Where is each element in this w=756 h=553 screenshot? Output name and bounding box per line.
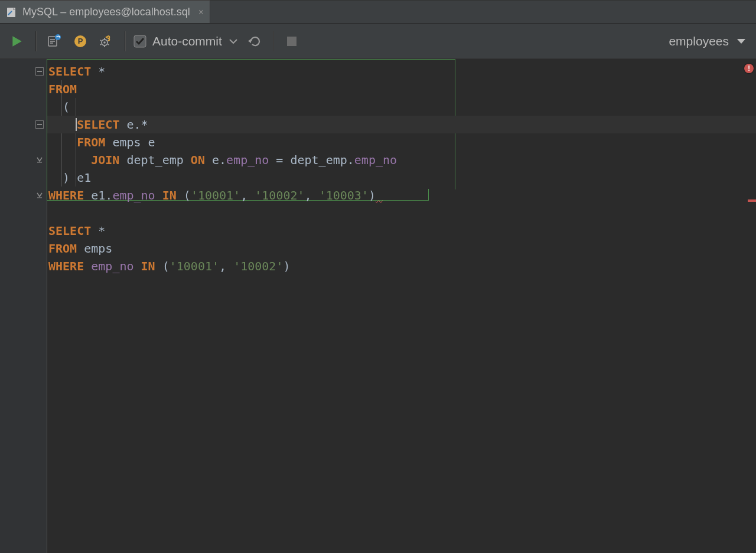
code-line[interactable]: SELECT *: [47, 222, 756, 240]
editor-code-area[interactable]: SELECT *FROM ( SELECT e.* FROM emps e JO…: [47, 59, 756, 553]
fold-open-icon[interactable]: [34, 119, 45, 130]
rollback-button[interactable]: [245, 31, 265, 51]
toolbar-separator: [125, 31, 125, 51]
execute-button[interactable]: [7, 31, 27, 51]
toolbar: P Auto-commit employees: [0, 24, 756, 59]
auto-commit-label: Auto-commit: [152, 34, 222, 48]
text-caret: [76, 118, 77, 131]
code-line[interactable]: SELECT *: [47, 63, 756, 80]
check-icon: [133, 35, 146, 48]
fold-close-icon[interactable]: [34, 155, 45, 165]
file-tab[interactable]: MySQL – employees@localhost.sql ×: [0, 1, 210, 23]
code-line[interactable]: SELECT e.*: [47, 116, 756, 133]
sql-file-icon: [6, 6, 18, 18]
toolbar-separator: [273, 31, 273, 51]
settings-button[interactable]: [96, 31, 116, 51]
pending-button[interactable]: P: [70, 31, 90, 51]
code-line[interactable]: ) e1: [47, 169, 756, 186]
svg-marker-3: [12, 36, 21, 47]
code-line[interactable]: (: [47, 98, 756, 116]
fold-open-icon[interactable]: [34, 66, 45, 77]
code-line[interactable]: FROM: [47, 80, 756, 98]
fold-close-icon[interactable]: [34, 190, 45, 201]
code-line[interactable]: FROM emps: [47, 240, 756, 257]
stop-button[interactable]: [282, 31, 302, 51]
svg-text:P: P: [78, 37, 83, 45]
schema-selector[interactable]: employees: [669, 34, 749, 48]
file-tab-label: MySQL – employees@localhost.sql: [22, 6, 190, 18]
code-line[interactable]: WHERE e1.emp_no IN ('10001', '10002', '1…: [47, 186, 756, 204]
sql-editor: SELECT *FROM ( SELECT e.* FROM emps e JO…: [0, 59, 756, 553]
auto-commit-toggle[interactable]: Auto-commit: [133, 34, 239, 48]
explain-plan-button[interactable]: [44, 31, 64, 51]
schema-selector-label: employees: [669, 34, 729, 48]
chevron-down-icon: [737, 39, 745, 44]
code-line[interactable]: [47, 204, 756, 222]
tab-bar: MySQL – employees@localhost.sql ×: [0, 0, 756, 24]
code-line[interactable]: FROM emps e: [47, 133, 756, 151]
editor-gutter[interactable]: [0, 59, 47, 553]
svg-rect-16: [287, 37, 296, 46]
code-line[interactable]: WHERE emp_no IN ('10001', '10002'): [47, 257, 756, 275]
toolbar-separator: [35, 31, 36, 51]
svg-point-13: [103, 41, 106, 44]
chevron-down-icon[interactable]: [228, 37, 239, 45]
svg-marker-15: [248, 39, 251, 43]
code-line[interactable]: JOIN dept_emp ON e.emp_no = dept_emp.emp…: [47, 151, 756, 169]
close-tab-icon[interactable]: ×: [198, 8, 204, 17]
